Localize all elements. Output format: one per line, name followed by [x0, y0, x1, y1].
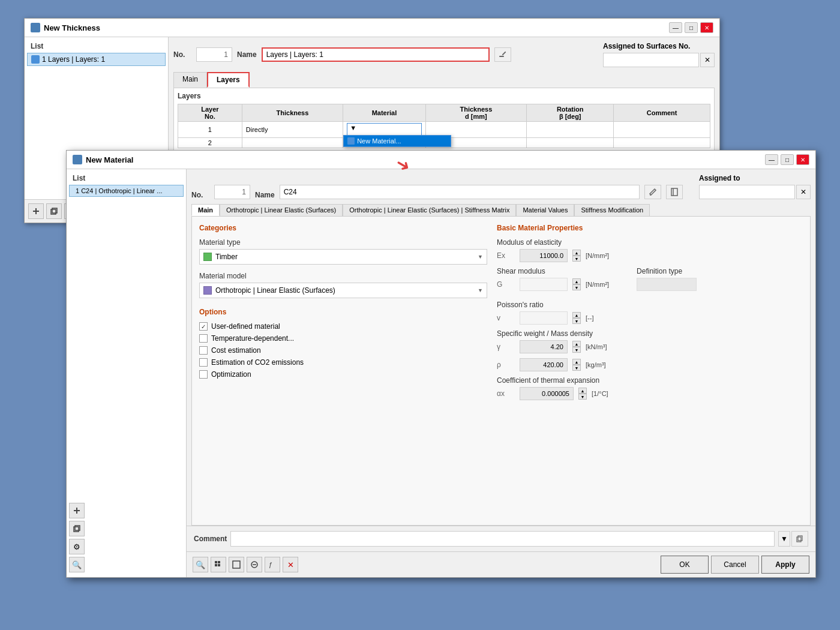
table-row: 1 Directly ▼ New Materi — [178, 122, 710, 138]
outer-list-item-1[interactable]: 1 Layers | Layers: 1 — [27, 53, 166, 66]
outer-tabs-row: Main Layers — [173, 72, 715, 88]
inner-name-input[interactable] — [280, 185, 640, 199]
inner-tab-material-values[interactable]: Material Values — [516, 204, 574, 216]
v-down-btn[interactable]: ▼ — [572, 318, 581, 324]
g-down-btn[interactable]: ▼ — [572, 284, 581, 290]
inner-header-row: No. Name Assigned to ✕ — [187, 169, 815, 204]
v-up-btn[interactable]: ▲ — [572, 312, 581, 318]
comment-copy-btn[interactable] — [791, 531, 808, 547]
svg-rect-8 — [74, 527, 79, 532]
outer-edit-btn[interactable] — [494, 47, 511, 62]
cost-estimation-checkbox[interactable] — [199, 346, 208, 355]
inner-toolbar-assign-btn[interactable] — [247, 557, 262, 572]
rho-input[interactable] — [520, 358, 568, 371]
alpha-input[interactable] — [520, 387, 574, 400]
material-dropdown-overlay: New Material... — [343, 135, 451, 147]
outer-no-label: No. — [173, 50, 191, 59]
outer-titlebar: New Thickness — □ ✕ — [25, 19, 719, 37]
apply-button[interactable]: Apply — [761, 556, 809, 574]
inner-titlebar: New Material — □ ✕ — [67, 151, 815, 169]
inner-tab-stiffness-mod[interactable]: Stiffness Modification — [574, 204, 650, 216]
dropdown-item-label: New Material... — [357, 137, 401, 145]
comment-dropdown-arrow[interactable]: ▼ — [778, 531, 790, 547]
inner-toolbar-grid-btn[interactable] — [211, 557, 226, 572]
basic-props-title: Basic Material Properties — [497, 224, 803, 232]
def-type-input[interactable] — [637, 278, 697, 291]
material-cell-1[interactable]: ▼ New Material... — [343, 122, 426, 138]
outer-copy-btn[interactable] — [46, 203, 62, 219]
ex-down-btn[interactable]: ▼ — [572, 256, 581, 262]
inner-minimize-btn[interactable]: — — [765, 154, 778, 165]
inner-book-btn[interactable] — [666, 185, 683, 199]
outer-col-thickness: Thickness — [242, 104, 343, 122]
outer-tab-layers[interactable]: Layers — [207, 72, 250, 88]
outer-close-btn[interactable]: ✕ — [700, 22, 713, 33]
g-row: G ▲ ▼ [N/mm²] — [497, 278, 609, 291]
rho-down-btn[interactable]: ▼ — [572, 365, 581, 371]
outer-maximize-btn[interactable]: □ — [685, 22, 698, 33]
cancel-button[interactable]: Cancel — [711, 556, 759, 574]
inner-no-input[interactable] — [214, 185, 250, 199]
timber-color-box — [203, 253, 212, 261]
ex-input[interactable] — [520, 249, 568, 262]
outer-tab-main[interactable]: Main — [173, 72, 207, 88]
gamma-down-btn[interactable]: ▼ — [572, 347, 581, 353]
alpha-down-btn[interactable]: ▼ — [578, 394, 587, 400]
g-unit: [N/mm²] — [586, 281, 609, 288]
inner-tabs-container: Main Orthotropic | Linear Elastic (Surfa… — [187, 204, 815, 216]
poisson-label: Poisson's ratio — [497, 301, 803, 309]
comment-input[interactable] — [230, 531, 775, 547]
inner-tab-orthotropic[interactable]: Orthotropic | Linear Elastic (Surfaces) — [220, 204, 343, 216]
gamma-up-btn[interactable]: ▲ — [572, 341, 581, 347]
material-type-select[interactable]: Timber ▼ — [199, 249, 487, 265]
ok-button[interactable]: OK — [661, 556, 709, 574]
inner-list-settings-btn[interactable]: ⚙ — [69, 539, 85, 554]
new-material-window: New Material — □ ✕ List 1 C24 | Orthotro… — [66, 150, 816, 578]
ex-up-btn[interactable]: ▲ — [572, 250, 581, 256]
svg-rect-13 — [797, 537, 801, 542]
svg-rect-11 — [671, 188, 677, 196]
outer-minimize-btn[interactable]: — — [669, 22, 682, 33]
inner-toolbar-formula-btn[interactable]: ƒ — [265, 557, 280, 572]
outer-assigned-clear-btn[interactable]: ✕ — [700, 53, 715, 67]
inner-list-search-btn[interactable]: 🔍 — [69, 557, 85, 572]
material-model-select[interactable]: Orthotropic | Linear Elastic (Surfaces) … — [199, 283, 487, 298]
outer-name-input[interactable] — [262, 47, 490, 62]
inner-toolbar-search-btn[interactable]: 🔍 — [193, 557, 208, 572]
orthotropic-color-box — [203, 286, 212, 295]
inner-close-btn[interactable]: ✕ — [796, 154, 809, 165]
g-up-btn[interactable]: ▲ — [572, 278, 581, 284]
specific-weight-label: Specific weight / Mass density — [497, 329, 803, 338]
inner-assigned-clear-btn[interactable]: ✕ — [796, 185, 811, 199]
user-defined-checkbox[interactable]: ✓ — [199, 322, 208, 331]
outer-list-item-icon — [31, 55, 40, 64]
inner-tab-stiffness-matrix[interactable]: Orthotropic | Linear Elastic (Surfaces) … — [343, 204, 516, 216]
copy-icon — [73, 524, 81, 533]
optimization-checkbox[interactable] — [199, 370, 208, 379]
inner-maximize-btn[interactable]: □ — [781, 154, 794, 165]
rho-up-btn[interactable]: ▲ — [572, 359, 581, 365]
inner-list-item-1[interactable]: 1 C24 | Orthotropic | Linear ... — [69, 185, 184, 197]
inner-bottom-toolbar: 🔍 ƒ ✕ OK Cancel Apply — [187, 551, 815, 577]
outer-no-input[interactable] — [196, 47, 232, 62]
inner-left-section: Categories Material type Timber ▼ Materi… — [199, 224, 487, 518]
ex-row: Ex ▲ ▼ [N/mm²] — [497, 249, 803, 262]
outer-assigned-input[interactable] — [603, 53, 699, 67]
co2-checkbox[interactable] — [199, 358, 208, 367]
temp-dependent-checkbox[interactable] — [199, 334, 208, 343]
gamma-input[interactable] — [520, 340, 568, 353]
material-dropdown[interactable]: ▼ — [347, 123, 422, 136]
v-unit: [--] — [586, 314, 593, 322]
inner-right-area: No. Name Assigned to ✕ — [187, 169, 815, 577]
svg-rect-5 — [52, 208, 57, 213]
inner-tab-main[interactable]: Main — [191, 204, 220, 216]
inner-list-copy-btn[interactable] — [69, 521, 85, 536]
inner-toolbar-delete-btn[interactable]: ✕ — [283, 557, 298, 572]
alpha-up-btn[interactable]: ▲ — [578, 388, 587, 394]
inner-assigned-input[interactable] — [699, 185, 795, 199]
inner-toolbar-surface-btn[interactable] — [229, 557, 244, 572]
dropdown-item-new-material[interactable]: New Material... — [344, 136, 451, 146]
inner-edit-btn[interactable] — [644, 185, 661, 199]
outer-add-btn[interactable] — [28, 203, 44, 219]
inner-list-add-btn[interactable] — [69, 503, 85, 518]
